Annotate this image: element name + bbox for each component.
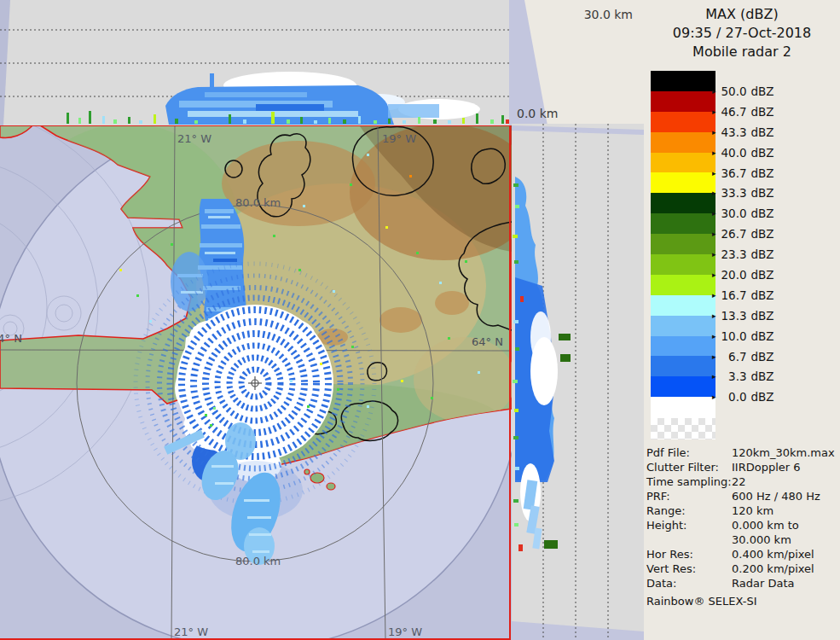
colorbar-band bbox=[651, 153, 715, 173]
lon-label-19w-bottom: 19° W bbox=[388, 625, 422, 638]
meta-row: Hor Res:0.400 km/pixel bbox=[646, 547, 839, 561]
colorbar-tick: ▸36.7dBZ bbox=[712, 166, 774, 180]
colorbar-tick: ▸33.3dBZ bbox=[712, 186, 774, 200]
tick-arrow-icon: ▸ bbox=[712, 148, 716, 157]
colorbar-tick: ▸30.0dBZ bbox=[712, 207, 774, 220]
meta-row: Range:120 km bbox=[646, 503, 839, 518]
range-ring-label-bottom: 80.0 km bbox=[235, 555, 281, 567]
radar-application-window: 21° W 19° W 21° W 19° W 80.0 km 80.0 km … bbox=[0, 0, 840, 640]
meta-row: Height:0.000 km to bbox=[646, 518, 839, 532]
meta-row: Data:Radar Data bbox=[646, 576, 839, 591]
meta-row: Clutter Filter:IIRDoppler 6 bbox=[646, 460, 839, 474]
colorbar-band bbox=[651, 193, 715, 213]
tick-arrow-icon: ▸ bbox=[712, 250, 716, 259]
colorbar-tick: ▸50.0dBZ bbox=[712, 84, 774, 98]
tick-arrow-icon: ▸ bbox=[712, 271, 716, 279]
colorbar-tick: ▸13.3dBZ bbox=[712, 309, 774, 323]
meta-row: PRF:600 Hz / 480 Hz bbox=[646, 489, 839, 503]
colorbar-tick: ▸10.0dBZ bbox=[712, 329, 774, 343]
colorbar-band bbox=[651, 356, 715, 376]
lon-label-21w-bottom: 21° W bbox=[174, 625, 208, 638]
colorbar-tick: ▸6.7dBZ bbox=[712, 350, 774, 364]
colorbar-tick: ▸0.0dBZ bbox=[712, 390, 774, 404]
colorbar-band bbox=[651, 213, 715, 234]
lat-label-64n-left: 64° N bbox=[0, 332, 22, 345]
colorbar-band bbox=[651, 234, 715, 254]
colorbar-tick: ▸40.0dBZ bbox=[712, 146, 774, 160]
tick-arrow-icon: ▸ bbox=[712, 393, 716, 401]
tick-arrow-icon: ▸ bbox=[712, 189, 716, 197]
meta-row: Pdf File:120km_30km.max bbox=[646, 445, 839, 460]
meta-row: 30.000 km bbox=[646, 532, 839, 547]
radar-map-canvas: 21° W 19° W 21° W 19° W 80.0 km 80.0 km … bbox=[0, 124, 512, 640]
product-title: MAX (dBZ) bbox=[644, 5, 840, 24]
colorbar-band bbox=[651, 254, 715, 275]
product-datetime: 09:35 / 27-Oct-2018 bbox=[644, 24, 840, 43]
vertical-cross-section-right bbox=[512, 124, 644, 640]
product-metadata: Pdf File:120km_30km.max Clutter Filter:I… bbox=[646, 445, 839, 608]
tick-arrow-icon: ▸ bbox=[712, 87, 716, 96]
colorbar-tick: ▸20.0dBZ bbox=[712, 268, 774, 282]
colorbar-band bbox=[651, 275, 715, 295]
tick-arrow-icon: ▸ bbox=[712, 108, 716, 116]
colorbar-band bbox=[651, 112, 715, 132]
tick-arrow-icon: ▸ bbox=[712, 169, 716, 177]
range-ring-label-top: 80.0 km bbox=[235, 196, 281, 209]
panel-header: MAX (dBZ) 09:35 / 27-Oct-2018 Mobile rad… bbox=[644, 5, 840, 61]
colorbar-band bbox=[651, 376, 715, 397]
tick-arrow-icon: ▸ bbox=[712, 230, 716, 238]
colorbar-tick: ▸43.3dBZ bbox=[712, 125, 774, 139]
colorbar-band-transparent bbox=[651, 418, 715, 439]
tick-arrow-icon: ▸ bbox=[712, 372, 716, 381]
meta-row: Time sampling:22 bbox=[646, 474, 839, 489]
colorbar-tick: ▸3.3dBZ bbox=[712, 369, 774, 383]
colorbar-band bbox=[651, 172, 715, 193]
right-strip-canvas bbox=[512, 124, 644, 640]
tick-arrow-icon: ▸ bbox=[712, 291, 716, 300]
colorbar-band bbox=[651, 71, 715, 91]
radar-map-viewport[interactable]: 21° W 19° W 21° W 19° W 80.0 km 80.0 km … bbox=[0, 124, 512, 640]
height-axis-zero-label: 0.0 km bbox=[517, 107, 558, 120]
lon-label-21w-top: 21° W bbox=[177, 132, 211, 145]
colorbar-band bbox=[651, 316, 715, 336]
radar-station-name: Mobile radar 2 bbox=[644, 43, 840, 61]
tick-arrow-icon: ▸ bbox=[712, 332, 716, 340]
colorbar-tick: ▸46.7dBZ bbox=[712, 105, 774, 119]
tick-arrow-icon: ▸ bbox=[712, 352, 716, 361]
vertical-cross-section-top: 30.0 km 0.0 km bbox=[0, 0, 644, 125]
software-brand: Rainbow® SELEX-SI bbox=[646, 594, 839, 608]
colorbar-band bbox=[651, 336, 715, 357]
colorbar-band bbox=[651, 91, 715, 112]
colorbar-band-below-zero bbox=[651, 397, 715, 418]
colorbar-tick: ▸26.7dBZ bbox=[712, 227, 774, 241]
reflectivity-colorbar bbox=[651, 71, 715, 439]
colorbar-tick: ▸16.7dBZ bbox=[712, 288, 774, 302]
colorbar-band bbox=[651, 132, 715, 153]
tick-arrow-icon: ▸ bbox=[712, 311, 716, 320]
legend-panel: MAX (dBZ) 09:35 / 27-Oct-2018 Mobile rad… bbox=[644, 0, 840, 640]
lon-label-19w-top: 19° W bbox=[382, 132, 416, 145]
lat-label-64n-right: 64° N bbox=[472, 335, 503, 348]
colorbar-band bbox=[651, 295, 715, 316]
tick-arrow-icon: ▸ bbox=[712, 128, 716, 137]
meta-row: Vert Res:0.200 km/pixel bbox=[646, 561, 839, 576]
tick-arrow-icon: ▸ bbox=[712, 209, 716, 218]
colorbar-tick: ▸23.3dBZ bbox=[712, 247, 774, 261]
height-axis-max-label: 30.0 km bbox=[556, 8, 633, 21]
